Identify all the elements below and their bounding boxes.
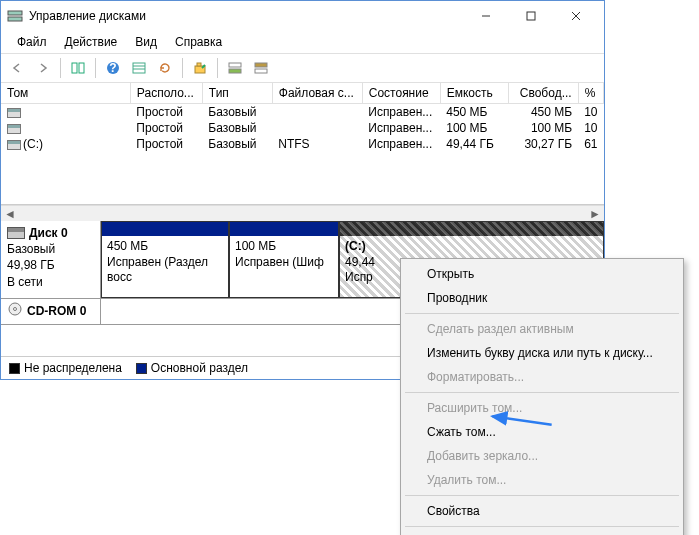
svg-rect-10 [133,63,145,73]
volume-table[interactable]: Том Располо... Тип Файловая с... Состоян… [1,83,604,152]
partition[interactable]: 100 МБИсправен (Шиф [229,221,339,298]
col-volume[interactable]: Том [1,83,130,104]
context-menu: Открыть Проводник Сделать раздел активны… [400,258,684,535]
disk-icon [7,227,25,239]
svg-rect-0 [8,11,22,15]
ctx-separator [405,392,679,393]
svg-rect-16 [229,69,241,73]
disk-info[interactable]: CD-ROM 0 [1,299,101,324]
svg-rect-7 [79,63,84,73]
maximize-button[interactable] [508,2,553,30]
window-title: Управление дисками [29,9,463,23]
svg-rect-17 [255,63,267,67]
ctx-change-letter[interactable]: Изменить букву диска или путь к диску... [403,341,681,365]
col-fs[interactable]: Файловая с... [272,83,362,104]
ctx-separator [405,495,679,496]
table-row[interactable]: (C:) ПростойБазовыйNTFSИсправен...49,44 … [1,136,604,152]
svg-rect-14 [197,63,201,66]
svg-rect-15 [229,63,241,67]
scroll-left-icon[interactable]: ◄ [3,207,17,221]
svg-point-20 [14,308,17,311]
titlebar: Управление дисками [1,1,604,31]
toolbar-view1-icon[interactable] [223,56,247,80]
menu-help[interactable]: Справка [167,33,230,51]
help-icon[interactable]: ? [101,56,125,80]
drive-icon [7,108,21,118]
menu-file[interactable]: Файл [9,33,55,51]
refresh-icon[interactable] [153,56,177,80]
volume-table-area: Том Располо... Тип Файловая с... Состоян… [1,83,604,205]
toolbar: ? [1,53,604,83]
ctx-properties[interactable]: Свойства [403,499,681,523]
disk-info[interactable]: Диск 0 Базовый 49,98 ГБ В сети [1,221,101,298]
legend-swatch-unallocated [9,363,20,374]
cdrom-icon [7,301,23,321]
col-capacity[interactable]: Емкость [440,83,508,104]
menu-action[interactable]: Действие [57,33,126,51]
ctx-delete: Удалить том... [403,468,681,492]
ctx-separator [405,313,679,314]
menu-view[interactable]: Вид [127,33,165,51]
ctx-help[interactable]: Справка [403,530,681,535]
col-layout[interactable]: Располо... [130,83,202,104]
drive-icon [7,124,21,134]
ctx-shrink[interactable]: Сжать том... [403,420,681,444]
partition-header [230,222,338,236]
col-free[interactable]: Свобод... [508,83,578,104]
drive-icon [7,140,21,150]
svg-rect-3 [527,12,535,20]
svg-rect-6 [72,63,77,73]
toolbar-panes-icon[interactable] [66,56,90,80]
table-row[interactable]: ПростойБазовыйИсправен...100 МБ100 МБ10 [1,120,604,136]
ctx-open[interactable]: Открыть [403,262,681,286]
svg-rect-18 [255,69,267,73]
back-button[interactable] [5,56,29,80]
ctx-extend: Расширить том... [403,396,681,420]
ctx-add-mirror: Добавить зеркало... [403,444,681,468]
ctx-format: Форматировать... [403,365,681,389]
col-pct[interactable]: % [578,83,603,104]
app-icon [7,8,23,24]
partition[interactable]: 450 МБИсправен (Раздел восс [101,221,229,298]
ctx-explorer[interactable]: Проводник [403,286,681,310]
h-scrollbar[interactable]: ◄ ► [1,205,604,221]
toolbar-view2-icon[interactable] [249,56,273,80]
col-status[interactable]: Состояние [362,83,440,104]
svg-rect-1 [8,17,22,21]
svg-text:?: ? [109,61,116,75]
menubar: Файл Действие Вид Справка [1,31,604,53]
close-button[interactable] [553,2,598,30]
toolbar-list-icon[interactable] [127,56,151,80]
scroll-right-icon[interactable]: ► [588,207,602,221]
legend-swatch-primary [136,363,147,374]
toolbar-action-icon[interactable] [188,56,212,80]
partition-header [340,222,603,236]
ctx-make-active: Сделать раздел активным [403,317,681,341]
col-type[interactable]: Тип [202,83,272,104]
table-row[interactable]: ПростойБазовыйИсправен...450 МБ450 МБ10 [1,104,604,121]
forward-button[interactable] [31,56,55,80]
ctx-separator [405,526,679,527]
partition-header [102,222,228,236]
minimize-button[interactable] [463,2,508,30]
